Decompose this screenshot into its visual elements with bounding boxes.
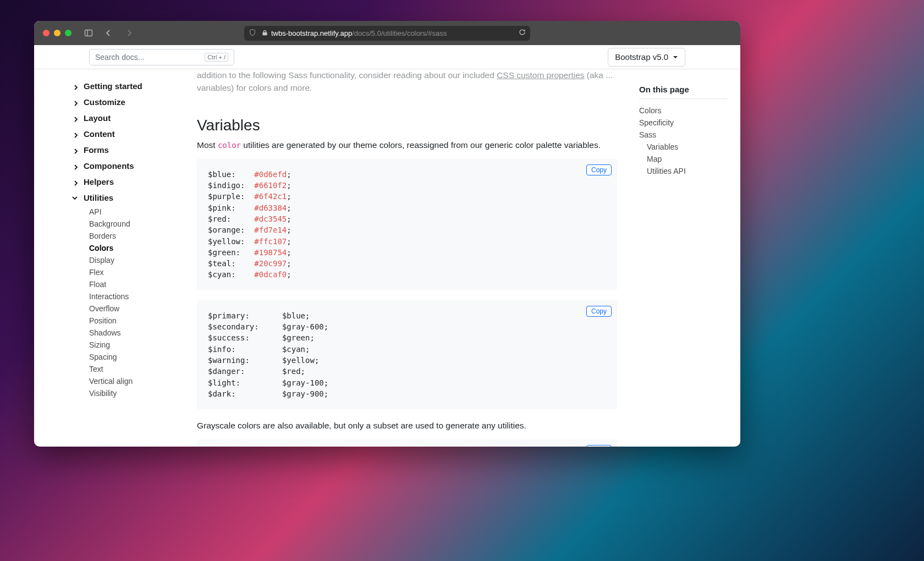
sidebar-item-display[interactable]: Display bbox=[34, 254, 188, 266]
sidebar-section-forms[interactable]: Forms bbox=[34, 142, 188, 158]
sidebar-item-flex[interactable]: Flex bbox=[34, 266, 188, 278]
sidebar-section-customize[interactable]: Customize bbox=[34, 94, 188, 110]
copy-button[interactable]: Copy bbox=[586, 306, 612, 317]
back-button[interactable] bbox=[102, 27, 114, 39]
copy-button[interactable]: Copy bbox=[586, 164, 612, 175]
sidebar-item-borders[interactable]: Borders bbox=[34, 230, 188, 242]
chevron-right-icon bbox=[73, 147, 79, 153]
search-input[interactable]: Search docs... Ctrl + / bbox=[89, 49, 234, 65]
caret-down-icon bbox=[673, 52, 678, 62]
intro-fragment: addition to the following Sass functiona… bbox=[197, 69, 617, 95]
chevron-right-icon bbox=[73, 131, 79, 138]
copy-button[interactable]: Copy bbox=[586, 445, 612, 447]
privacy-icon bbox=[249, 29, 256, 38]
chevron-right-icon bbox=[73, 195, 79, 201]
titlebar: twbs-bootstrap.netlify.app/docs/5.0/util… bbox=[34, 21, 740, 45]
chevron-right-icon bbox=[73, 99, 79, 106]
chevron-right-icon bbox=[73, 179, 79, 185]
sidebar-item-api[interactable]: API bbox=[34, 206, 188, 218]
toc-title: On this page bbox=[639, 85, 727, 99]
sidebar-section-components[interactable]: Components bbox=[34, 158, 188, 174]
sidebar-item-sizing[interactable]: Sizing bbox=[34, 339, 188, 351]
search-placeholder: Search docs... bbox=[95, 53, 205, 62]
sidebar-item-colors[interactable]: Colors bbox=[34, 242, 188, 254]
search-shortcut: Ctrl + / bbox=[205, 53, 228, 62]
version-dropdown[interactable]: Bootstrap v5.0 bbox=[608, 48, 685, 67]
sidebar-item-spacing[interactable]: Spacing bbox=[34, 351, 188, 363]
address-bar[interactable]: twbs-bootstrap.netlify.app/docs/5.0/util… bbox=[244, 26, 530, 41]
forward-button[interactable] bbox=[123, 27, 135, 39]
sidebar-section-content[interactable]: Content bbox=[34, 126, 188, 142]
toc: On this page ColorsSpecificitySassVariab… bbox=[630, 69, 740, 447]
browser-window: twbs-bootstrap.netlify.app/docs/5.0/util… bbox=[34, 21, 740, 447]
toc-item-specificity[interactable]: Specificity bbox=[639, 117, 727, 129]
code-block-grays: Copy $white: #fff; $gray-100: #f8f9fa; $… bbox=[197, 439, 617, 447]
sidebar-section-layout[interactable]: Layout bbox=[34, 110, 188, 126]
url-path: /docs/5.0/utilities/colors/#sass bbox=[352, 29, 447, 37]
chevron-right-icon bbox=[73, 83, 79, 90]
sidebar-item-visibility[interactable]: Visibility bbox=[34, 387, 188, 399]
sidebar-item-background[interactable]: Background bbox=[34, 218, 188, 230]
grayscale-intro: Grayscale colors are also available, but… bbox=[197, 419, 617, 432]
sidebar-section-getting-started[interactable]: Getting started bbox=[34, 78, 188, 94]
reload-icon[interactable] bbox=[519, 29, 526, 37]
sidebar-item-position[interactable]: Position bbox=[34, 315, 188, 327]
sidebar-item-interactions[interactable]: Interactions bbox=[34, 290, 188, 302]
toc-item-variables[interactable]: Variables bbox=[639, 141, 727, 153]
lock-icon bbox=[262, 29, 268, 37]
toc-item-colors[interactable]: Colors bbox=[639, 105, 727, 117]
main-content: addition to the following Sass functiona… bbox=[188, 69, 630, 447]
version-label: Bootstrap v5.0 bbox=[615, 52, 668, 62]
sidebar-section-utilities[interactable]: Utilities bbox=[34, 190, 188, 206]
minimize-button[interactable] bbox=[54, 30, 61, 36]
section-heading: Variables bbox=[197, 117, 617, 134]
maximize-button[interactable] bbox=[65, 30, 72, 36]
doc-navbar: Search docs... Ctrl + / Bootstrap v5.0 bbox=[34, 45, 740, 69]
sidebar-item-vertical-align[interactable]: Vertical align bbox=[34, 375, 188, 387]
chevron-right-icon bbox=[73, 163, 79, 169]
toc-item-sass[interactable]: Sass bbox=[639, 129, 727, 141]
sidebar-item-overflow[interactable]: Overflow bbox=[34, 302, 188, 315]
toc-item-map[interactable]: Map bbox=[639, 153, 727, 165]
code-block-colors: Copy $blue: #0d6efd; $indigo: #6610f2; $… bbox=[197, 159, 617, 290]
svg-rect-0 bbox=[85, 30, 92, 36]
sidebar-item-float[interactable]: Float bbox=[34, 278, 188, 290]
sidebar: Getting startedCustomizeLayoutContentFor… bbox=[34, 69, 188, 447]
sidebar-item-shadows[interactable]: Shadows bbox=[34, 327, 188, 339]
variables-intro: Most color utilities are generated by ou… bbox=[197, 139, 617, 151]
css-custom-properties-link[interactable]: CSS custom properties bbox=[497, 70, 584, 80]
toc-item-utilities-api[interactable]: Utilities API bbox=[639, 165, 727, 177]
window-controls bbox=[43, 30, 72, 36]
sidebar-item-text[interactable]: Text bbox=[34, 363, 188, 375]
url-host: twbs-bootstrap.netlify.app bbox=[271, 29, 352, 37]
close-button[interactable] bbox=[43, 30, 50, 36]
sidebar-toggle-icon[interactable] bbox=[82, 27, 95, 39]
sidebar-section-helpers[interactable]: Helpers bbox=[34, 174, 188, 190]
code-block-theme: Copy $primary: $blue; $secondary: $gray-… bbox=[197, 300, 617, 409]
chevron-right-icon bbox=[73, 115, 79, 122]
